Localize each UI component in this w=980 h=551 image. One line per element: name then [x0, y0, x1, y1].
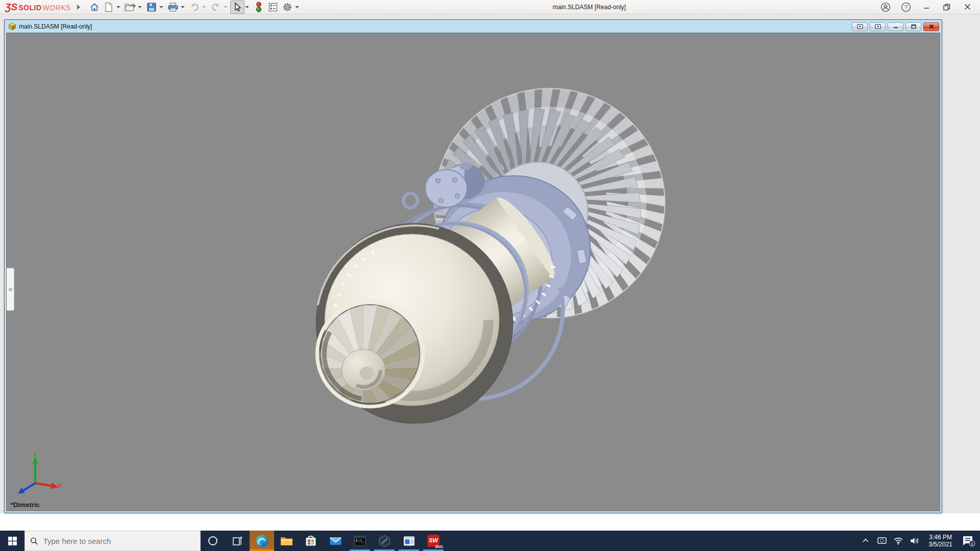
- svg-text:C:\_: C:\_: [356, 539, 365, 543]
- doc-minimize-button[interactable]: [888, 22, 903, 31]
- wifi-icon: [893, 536, 903, 545]
- print-dropdown[interactable]: [181, 6, 185, 8]
- cortana-icon: [207, 535, 218, 546]
- open-button[interactable]: [123, 1, 137, 14]
- clock-date: 3/5/2021: [928, 541, 952, 548]
- orientation-triad: [14, 452, 63, 496]
- restore-button[interactable]: [938, 1, 955, 14]
- close-button[interactable]: [959, 1, 976, 14]
- exhaust-nozzle: [316, 223, 513, 423]
- volume-button[interactable]: [908, 531, 921, 551]
- rebuild-button[interactable]: [252, 1, 266, 14]
- file-explorer-icon: [280, 534, 293, 548]
- turbine-3d-model[interactable]: [7, 33, 940, 511]
- app-titlebar: ƷS SOLIDWORKS: [0, 0, 980, 14]
- account-icon: [880, 2, 891, 12]
- mail-icon: [329, 534, 342, 548]
- select-tool-dropdown[interactable]: [245, 6, 249, 8]
- taskbar-clock[interactable]: 3:46 PM 3/5/2021: [924, 534, 957, 548]
- remote-window-app-icon: [402, 534, 416, 548]
- doc-close-button[interactable]: [923, 22, 939, 31]
- expand-right-pane-button[interactable]: [870, 22, 886, 31]
- command-prompt-icon: C:\_: [353, 534, 367, 548]
- notification-center-button[interactable]: 1: [960, 531, 977, 551]
- redo-dropdown[interactable]: [224, 6, 228, 8]
- remote-window-app-button[interactable]: [397, 531, 421, 551]
- hexagon-app-button[interactable]: [372, 531, 397, 551]
- file-explorer-button[interactable]: [274, 531, 299, 551]
- open-dropdown[interactable]: [138, 6, 142, 8]
- doc-restore-button[interactable]: [905, 22, 921, 31]
- document-title: main.SLDASM [Read-only]: [19, 23, 852, 30]
- notifications-icon: 1: [961, 534, 975, 547]
- undo-button[interactable]: [187, 1, 202, 14]
- chevron-up-icon: [862, 537, 870, 545]
- windows-taskbar: C:\_ SW: [0, 531, 980, 551]
- options-list-icon: [268, 2, 278, 12]
- settings-gear-icon: [282, 2, 292, 12]
- save-dropdown[interactable]: [159, 6, 163, 8]
- minimize-button[interactable]: [918, 1, 935, 14]
- feature-tree-collapsed-tab[interactable]: [7, 268, 14, 311]
- account-button[interactable]: [877, 1, 894, 14]
- save-button[interactable]: [144, 1, 159, 14]
- new-document-button[interactable]: [102, 1, 116, 14]
- collapse-left-pane-icon: [857, 24, 863, 29]
- task-view-button[interactable]: [225, 531, 250, 551]
- help-icon: ?: [901, 2, 911, 12]
- view-orientation-label: *Dimetric: [11, 501, 40, 509]
- solidworks-logo-mark: ƷS: [5, 2, 17, 12]
- edge-icon: [255, 534, 269, 548]
- quick-toolbar: [87, 0, 302, 14]
- system-tray: 3:46 PM 3/5/2021 1: [859, 531, 980, 551]
- menu-expand-arrow-icon[interactable]: [77, 5, 80, 10]
- solidworks-year-label: 2021: [435, 545, 443, 548]
- undo-dropdown[interactable]: [202, 6, 206, 8]
- home-icon: [89, 2, 100, 12]
- start-button[interactable]: [0, 531, 24, 551]
- edge-button[interactable]: [250, 531, 274, 551]
- statusbar-strip: [0, 513, 980, 531]
- redo-icon: [210, 3, 222, 12]
- assembly-icon: [8, 22, 16, 31]
- svg-text:SW: SW: [429, 537, 438, 543]
- minimize-icon: [923, 4, 930, 11]
- task-view-icon: [232, 535, 243, 546]
- pane-tab-grip-icon: [9, 288, 12, 291]
- collapse-left-pane-button[interactable]: [852, 22, 868, 31]
- command-prompt-button[interactable]: C:\_: [348, 531, 372, 551]
- graphics-viewport[interactable]: *Dimetric: [6, 33, 940, 511]
- search-icon: [30, 537, 38, 545]
- options-list-button[interactable]: [266, 1, 280, 14]
- redo-button[interactable]: [209, 1, 223, 14]
- connected-display-icon: [877, 536, 887, 545]
- settings-dropdown[interactable]: [295, 6, 299, 8]
- app-window-controls: ?: [877, 1, 976, 14]
- brand-solid: SOLID: [18, 4, 41, 12]
- restore-icon: [943, 3, 951, 11]
- help-button[interactable]: ?: [897, 1, 915, 14]
- store-button[interactable]: [299, 531, 323, 551]
- hexagon-app-icon: [378, 534, 391, 548]
- print-button[interactable]: [166, 1, 180, 14]
- search-input[interactable]: [43, 537, 195, 545]
- connected-display-button[interactable]: [875, 531, 889, 551]
- document-window: main.SLDASM [Read-only]: [4, 19, 942, 513]
- home-button[interactable]: [87, 1, 102, 14]
- document-titlebar[interactable]: main.SLDASM [Read-only]: [6, 21, 940, 33]
- cortana-button[interactable]: [201, 531, 225, 551]
- speaker-icon: [910, 536, 920, 545]
- open-icon: [124, 2, 136, 12]
- tray-overflow-button[interactable]: [859, 531, 872, 551]
- solidworks-logo: ƷS SOLIDWORKS: [5, 2, 71, 12]
- taskbar-search[interactable]: [24, 531, 201, 551]
- mail-button[interactable]: [323, 531, 348, 551]
- solidworks-taskbar-button[interactable]: SW 2021: [421, 531, 446, 551]
- settings-button[interactable]: [280, 1, 295, 14]
- new-document-dropdown[interactable]: [116, 6, 120, 8]
- save-icon: [146, 2, 157, 12]
- select-tool-button[interactable]: [230, 1, 244, 14]
- wifi-button[interactable]: [892, 531, 905, 551]
- store-icon: [304, 534, 317, 547]
- rebuild-traffic-light-icon: [255, 2, 262, 13]
